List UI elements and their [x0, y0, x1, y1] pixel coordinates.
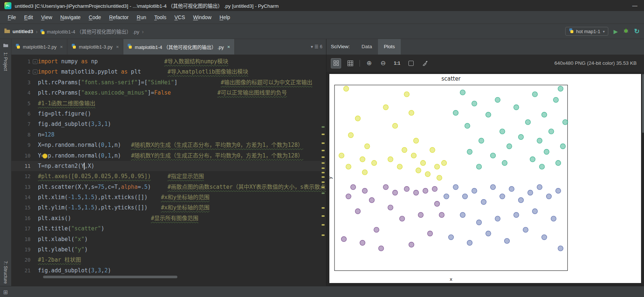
code-line[interactable]: 20#1-2bar 柱状图 [11, 255, 326, 265]
zoom-out-button[interactable]: ⊖ [378, 59, 388, 68]
editor-tab[interactable]: matplotlib1-2.py✕ [11, 39, 67, 54]
line-number[interactable]: 12 [11, 171, 38, 181]
horizontal-scrollbar[interactable] [43, 276, 177, 278]
tool-button-project[interactable]: 1: Project [3, 52, 8, 71]
vertical-scrollbar[interactable] [642, 74, 644, 133]
tool-button-structure[interactable]: 7: Structure [3, 261, 8, 284]
line-number[interactable]: 13 [11, 182, 38, 192]
line-number[interactable]: 19 [11, 244, 38, 255]
grid-view-button[interactable] [346, 59, 355, 68]
menu-view[interactable]: View [37, 13, 56, 22]
line-number[interactable]: 11 [11, 161, 38, 171]
inspection-mark[interactable] [322, 215, 325, 217]
code-line[interactable]: 7fig.add_subplot(3,3,1) [11, 119, 326, 129]
line-number[interactable]: 20 [11, 255, 38, 265]
inspection-mark[interactable] [322, 234, 325, 236]
run-configuration-select[interactable]: hot map1-1 ▾ [565, 27, 609, 36]
inspection-mark[interactable] [322, 207, 325, 209]
rerun-button[interactable]: ↻ [634, 28, 640, 35]
debug-button[interactable] [623, 28, 629, 35]
inspection-mark[interactable] [322, 167, 325, 169]
code-line[interactable]: 10Y=np.random.normal(0,1,n) #随机数Y的生成（生成正… [11, 151, 326, 161]
line-number[interactable]: 3 [11, 77, 38, 88]
actual-size-button[interactable]: 1:1 [392, 59, 402, 68]
inspection-mark[interactable] [322, 172, 325, 173]
menu-file[interactable]: File [4, 13, 20, 22]
code-line[interactable]: 6fig=plt.figure() [11, 109, 326, 119]
editor-tab[interactable]: matplotlib1-4 （其他可视化图的输出） .py✕ [123, 39, 234, 54]
error-stripe[interactable] [321, 55, 325, 286]
fold-marker-icon[interactable]: ⌄ [33, 70, 38, 74]
menu-tools[interactable]: Tools [150, 13, 170, 22]
code-line[interactable]: 5#1-1函数二维图像输出 [11, 98, 326, 109]
close-icon[interactable]: ✕ [60, 45, 63, 49]
code-line[interactable]: 13plt.scatter(X,Y,s=75,c=T,alpha=.5) #画散… [11, 182, 326, 192]
menu-help[interactable]: Help [216, 13, 234, 22]
code-line[interactable]: 14plt.xlim(-1.5,1.5),plt.xticks([]) #x和y… [11, 192, 326, 202]
breadcrumb-item[interactable]: matplotlib1-4 （其他可视化图的输出） .py [40, 28, 139, 35]
inspection-mark[interactable] [322, 156, 325, 158]
plot-viewer[interactable]: scatteryx [326, 72, 644, 286]
line-number[interactable]: 14 [11, 192, 38, 202]
inspection-mark[interactable] [322, 187, 325, 188]
code-line[interactable]: 16plt.axis() #显示所有图像范围 [11, 213, 326, 223]
line-number[interactable]: 16 [11, 213, 38, 223]
sciview-tab-plots[interactable]: Plots [378, 39, 401, 54]
sciview-tab-data[interactable]: Data [356, 39, 378, 54]
code-line[interactable]: 15plt.ylim(-1.5,1.5),plt.yticks([]) #x和y… [11, 202, 326, 213]
menu-navigate[interactable]: Navigate [56, 13, 85, 22]
fold-marker-icon[interactable]: ⌄ [33, 59, 38, 64]
code-line[interactable]: 21fig.add_subplot(3,3,2) [11, 265, 326, 276]
fit-to-view-button[interactable] [406, 59, 416, 68]
color-picker-button[interactable] [420, 59, 430, 68]
menu-window[interactable]: Window [189, 13, 216, 22]
code-line[interactable]: 2import matplotlib.pyplot as plt #导入matp… [11, 67, 326, 77]
line-number[interactable]: 21 [11, 265, 38, 276]
code-line[interactable]: 9X=np.random.normal(0,1,n) #随机数X的生成（生成正态… [11, 140, 326, 150]
menu-edit[interactable]: Edit [20, 13, 37, 22]
inspection-mark[interactable] [322, 181, 325, 183]
menu-vcs[interactable]: VCS [170, 13, 189, 22]
menu-code[interactable]: Code [85, 13, 105, 22]
code-line[interactable]: 8n=128 [11, 130, 326, 140]
inspection-mark[interactable] [322, 142, 325, 144]
hidden-tabs-widget[interactable]: ▾ ☰ 6 [311, 39, 326, 54]
close-icon[interactable]: ✕ [116, 45, 119, 49]
line-number[interactable]: 6 [11, 109, 38, 119]
close-icon[interactable]: ✕ [227, 45, 230, 49]
menu-refactor[interactable]: Refactor [105, 13, 133, 22]
editor-tab[interactable]: matplotlib1-3.py✕ [67, 39, 123, 54]
inspection-mark[interactable] [322, 162, 325, 164]
code-line[interactable]: 11T=np.arctan2(Y,X) [11, 161, 326, 171]
code-line[interactable]: 12#plt.axes([0.025,0.025,0.95,0.95]) #指定… [11, 171, 326, 181]
minimize-button[interactable]: — [630, 3, 640, 8]
line-number[interactable]: 7 [11, 119, 38, 129]
line-number[interactable]: 8 [11, 130, 38, 140]
inspection-mark[interactable] [322, 192, 325, 194]
inspection-mark[interactable] [322, 150, 325, 151]
inspection-mark[interactable] [322, 134, 325, 135]
code-line[interactable]: 4plt.rcParams["axes.unicode_minus"]=Fals… [11, 88, 326, 98]
intention-bulb-icon[interactable] [42, 153, 47, 159]
code-line[interactable]: 3plt.rcParams["font.sans-serif"]=["SimHe… [11, 77, 326, 88]
inspection-mark[interactable] [322, 224, 325, 226]
code-editor[interactable]: 1import numpy as np #导入数据结构numpy模块⌄2impo… [11, 55, 326, 286]
code-line[interactable]: 17plt.title("scatter") [11, 223, 326, 234]
pan-tool-button[interactable] [331, 58, 341, 68]
run-button[interactable]: ▶ [613, 29, 618, 34]
line-number[interactable]: 9 [11, 140, 38, 150]
line-number[interactable]: 5 [11, 98, 38, 109]
code-line[interactable]: 18plt.xlabel("x") [11, 234, 326, 244]
line-number[interactable]: 4 [11, 88, 38, 98]
inspection-mark[interactable] [322, 126, 325, 128]
menu-run[interactable]: Run [133, 13, 151, 22]
code-line[interactable]: 1import numpy as np #导入数据结构numpy模块⌄ [11, 56, 326, 67]
line-number[interactable]: 18 [11, 234, 38, 244]
line-number[interactable]: 15 [11, 202, 38, 213]
line-number[interactable]: 10 [11, 151, 38, 161]
tool-windows-icon[interactable]: ⊞ [3, 289, 8, 296]
breadcrumb-item[interactable]: untitled3 [13, 29, 33, 34]
inspection-mark[interactable] [322, 176, 325, 178]
code-line[interactable]: 19plt.ylabel("y") [11, 244, 326, 255]
line-number[interactable]: 17 [11, 223, 38, 234]
